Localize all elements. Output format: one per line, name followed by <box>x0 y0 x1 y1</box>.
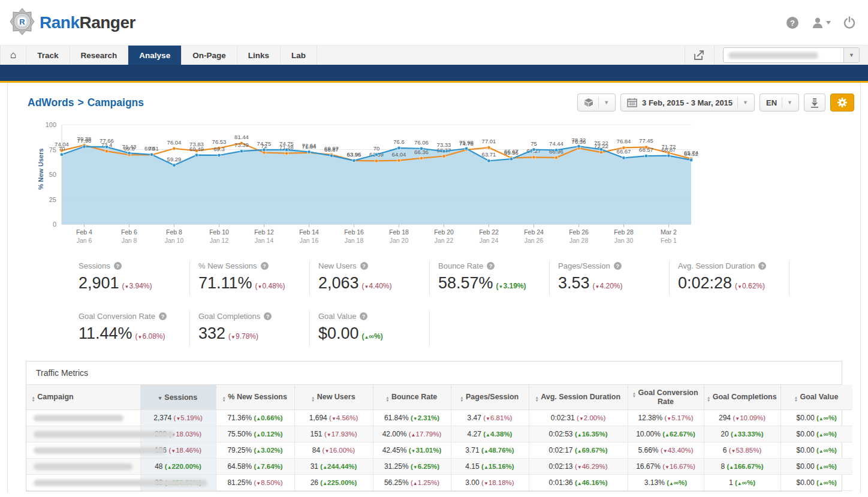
breadcrumb-separator: > <box>77 97 83 109</box>
column-header-sessions[interactable]: ▾Sessions <box>140 385 216 410</box>
tab-onpage[interactable]: On-Page <box>182 46 237 65</box>
main-nav: ⌂ TrackResearchAnalyseOn-PageLinksLab ▼ <box>0 45 868 65</box>
download-button[interactable] <box>804 94 825 112</box>
rankranger-logo[interactable]: R RankRanger <box>10 8 135 38</box>
svg-text:R: R <box>19 17 25 26</box>
power-icon[interactable] <box>843 16 856 29</box>
sort-icon: ▴▾ <box>32 396 34 402</box>
tab-lab[interactable]: Lab <box>281 46 317 65</box>
column-header-goal-completions[interactable]: ▴▾Goal Completions <box>704 385 780 410</box>
help-badge-icon[interactable]: ? <box>159 312 167 320</box>
breadcrumb-adwords[interactable]: AdWords <box>28 97 74 109</box>
column-header-avg-session-duration[interactable]: ▴▾Avg. Session Duration <box>529 385 628 410</box>
metric-cell: $0.00 (▲∞%) <box>780 459 852 475</box>
page: R RankRanger ? ⌂ TrackResearchAnalyseOn-… <box>0 0 868 497</box>
delta-down: (▼2.00%) <box>577 414 605 421</box>
table-row: 32 (▲255.56%)81.25% (▼8.50%)26 (▲225.00%… <box>26 475 852 491</box>
svg-text:76.04: 76.04 <box>167 139 182 146</box>
campaign-cell[interactable] <box>26 459 140 475</box>
calendar-icon <box>627 98 637 107</box>
delta-down: (▼8.50%) <box>254 479 282 486</box>
delta-up: (▲225.00%) <box>320 479 357 486</box>
delta-down: (▼31.01%) <box>409 447 442 454</box>
svg-text:Feb 28: Feb 28 <box>614 228 634 236</box>
metric-label-text: Sessions <box>79 261 110 270</box>
column-header--new-sessions[interactable]: ▴▾% New Sessions <box>216 385 294 410</box>
metric-card-new-users: New Users?2,063(▼4.40%) <box>310 260 430 296</box>
language-selector[interactable]: EN ▼ <box>760 94 799 112</box>
language-label: EN <box>766 98 777 107</box>
delta-up: (▲244.44%) <box>320 463 357 470</box>
view-mode-button[interactable]: ▼ <box>577 94 616 112</box>
user-menu[interactable] <box>811 16 831 29</box>
table-row: 2,374 (▼5.19%)71.36% (▲0.66%)1,694 (▼4.5… <box>26 410 852 426</box>
campaign-cell[interactable] <box>26 410 140 426</box>
svg-text:Jan 24: Jan 24 <box>480 237 499 244</box>
help-badge-icon[interactable]: ? <box>261 262 269 270</box>
metric-cell: 81.25% (▼8.50%) <box>216 475 294 491</box>
svg-text:Feb 1: Feb 1 <box>661 237 677 244</box>
sort-down-icon: ▾ <box>32 399 34 402</box>
tab-analyse[interactable]: Analyse <box>128 46 182 65</box>
sort-down-icon: ▾ <box>223 399 225 402</box>
column-header-bounce-rate[interactable]: ▴▾Bounce Rate <box>373 385 451 410</box>
svg-text:66.67: 66.67 <box>617 148 631 155</box>
campaign-cell[interactable] <box>26 442 140 459</box>
metric-cell: 0:02:53 (▲16.35%) <box>529 426 628 442</box>
metric-cell: 5.66% (▼43.40%) <box>628 442 704 459</box>
metric-row: Goal Conversion Rate?11.44%(▼6.08%)Goal … <box>70 311 860 347</box>
column-header-new-users[interactable]: ▴▾New Users <box>294 385 373 410</box>
tab-links[interactable]: Links <box>237 46 281 65</box>
sort-down-icon: ▾ <box>461 399 463 402</box>
delta-up: (▲∞%) <box>816 447 837 454</box>
tab-home[interactable]: ⌂ <box>0 46 26 65</box>
logo-text: RankRanger <box>40 13 135 32</box>
metric-cell: 8 (▲166.67%) <box>704 459 780 475</box>
table-row: 48 (▲220.00%)64.58% (▲7.64%)31 (▲244.44%… <box>26 459 852 475</box>
export-button[interactable] <box>685 46 715 65</box>
traffic-metrics-panel: Traffic Metrics ▴▾Campaign▾Sessions▴▾% N… <box>26 361 842 492</box>
date-range-picker[interactable]: 3 Feb, 2015 - 3 Mar, 2015 ▼ <box>620 94 755 112</box>
column-header-goal-conversion-rate[interactable]: ▴▾Goal Conversion Rate <box>628 385 704 410</box>
sort-icon: ▴▾ <box>707 396 709 402</box>
help-badge-icon[interactable]: ? <box>360 312 367 320</box>
sort-down-icon: ▾ <box>312 399 314 402</box>
tab-research[interactable]: Research <box>70 46 129 65</box>
delta-down: (▼16.00%) <box>323 447 355 454</box>
tab-track[interactable]: Track <box>26 46 70 65</box>
delta-down: (▼4.20%) <box>593 282 623 290</box>
svg-text:Feb 10: Feb 10 <box>209 228 229 236</box>
metric-cell: 26 (▲225.00%) <box>294 475 373 491</box>
svg-text:74.75: 74.75 <box>257 140 272 147</box>
breadcrumb-campaigns[interactable]: Campaigns <box>88 97 144 109</box>
settings-button[interactable] <box>830 94 854 112</box>
campaign-cell[interactable] <box>26 475 140 491</box>
metric-label: % New Sessions? <box>198 261 309 270</box>
delta-down: (▼18.18%) <box>481 479 514 486</box>
help-badge-icon[interactable]: ? <box>264 312 272 320</box>
svg-text:70: 70 <box>149 145 155 152</box>
campaign-cell[interactable] <box>26 426 140 442</box>
help-badge-icon[interactable]: ? <box>360 262 368 270</box>
help-badge-icon[interactable]: ? <box>114 262 122 270</box>
metric-cell: 31.25% (▼6.25%) <box>373 459 451 475</box>
help-badge-icon[interactable]: ? <box>487 262 495 270</box>
top-right-icons: ? <box>786 16 856 29</box>
metric-row: Sessions?2,901(▼3.94%)% New Sessions?71.… <box>70 260 860 296</box>
metric-value: 2,063 <box>318 274 359 293</box>
help-badge-icon[interactable]: ? <box>614 262 622 270</box>
svg-text:64.52: 64.52 <box>684 150 698 157</box>
delta-down: (▼18.46%) <box>168 447 201 454</box>
report-selector[interactable]: ▼ <box>723 47 860 63</box>
column-header-pages-session[interactable]: ▴▾Pages/Session <box>451 385 529 410</box>
column-header-campaign[interactable]: ▴▾Campaign <box>26 385 140 410</box>
svg-text:Jan 30: Jan 30 <box>614 237 634 244</box>
metric-card-goal-value: Goal Value?$0.00(▲∞%) <box>310 311 430 347</box>
metric-summary: Sessions?2,901(▼3.94%)% New Sessions?71.… <box>70 260 860 347</box>
metric-cell: 10.00% (▲62.67%) <box>628 426 704 442</box>
column-header-goal-value[interactable]: ▴▾Goal Value <box>780 385 852 410</box>
help-badge-icon[interactable]: ? <box>758 262 766 270</box>
svg-text:69.3: 69.3 <box>213 146 225 152</box>
help-icon[interactable]: ? <box>786 16 799 29</box>
metric-cell: 0:01:36 (▲46.16%) <box>529 475 628 491</box>
